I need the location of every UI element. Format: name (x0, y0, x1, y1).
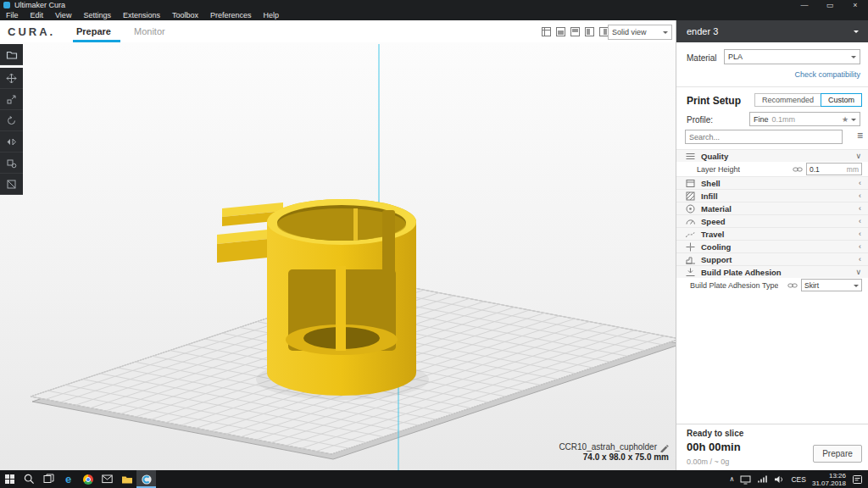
menu-bar: File Edit View Settings Extensions Toolb… (0, 10, 868, 20)
check-compatibility-link[interactable]: Check compatibility (794, 70, 860, 79)
category-shell[interactable]: Shell ‹ (676, 176, 868, 189)
viewport-3d[interactable]: CCR10_astrah_cupholder 74.0 x 98.0 x 75.… (0, 42, 676, 470)
divider (676, 86, 868, 87)
machine-selector[interactable]: ender 3 (676, 20, 868, 42)
menu-edit[interactable]: Edit (25, 10, 50, 20)
view-left-icon[interactable] (584, 26, 595, 37)
category-infill[interactable]: Infill ‹ (676, 189, 868, 202)
view-top-icon[interactable] (570, 26, 581, 37)
file-explorer-taskbar-button[interactable] (117, 470, 136, 488)
chrome-taskbar-button[interactable] (78, 470, 97, 488)
settings-search (685, 130, 843, 144)
setting-adhesion-type: Build Plate Adhesion Type Skirt (676, 278, 868, 292)
adhesion-type-dropdown[interactable]: Skirt (801, 279, 862, 291)
edge-taskbar-button[interactable]: e (58, 470, 78, 488)
chevron-down-icon (851, 56, 856, 61)
chevron-icon: ∨ (855, 268, 861, 276)
menu-preferences[interactable]: Preferences (204, 10, 258, 20)
chevron-down-icon (854, 285, 859, 290)
mirror-icon (6, 136, 17, 147)
profile-dropdown[interactable]: Fine 0.1mm ★ (749, 112, 860, 126)
menu-settings[interactable]: Settings (77, 10, 117, 20)
taskbar-search-button[interactable] (19, 470, 39, 488)
tab-monitor[interactable]: Monitor (134, 20, 165, 42)
support-blocker-button[interactable] (0, 174, 23, 195)
minimize-button[interactable]: — (792, 0, 817, 10)
category-support[interactable]: Support ‹ (676, 252, 868, 265)
settings-menu-icon[interactable]: ≡ (857, 130, 863, 142)
link-icon (787, 280, 798, 291)
cura-window: Ultimaker Cura — ▭ × File Edit View Sett… (0, 0, 868, 488)
chevron-icon: ‹ (859, 217, 861, 225)
cooling-icon (685, 241, 696, 252)
setting-layer-height: Layer Height mm (676, 162, 868, 176)
move-tool-button[interactable] (0, 68, 23, 89)
speed-icon (685, 216, 696, 227)
chevron-icon: ‹ (859, 255, 861, 263)
camera-view-buttons (541, 26, 609, 37)
mail-taskbar-button[interactable] (97, 470, 117, 488)
material-estimate: 0.00m / ~ 0g (687, 458, 729, 466)
material-dropdown[interactable]: PLA (724, 49, 860, 64)
model-info: CCR10_astrah_cupholder 74.0 x 98.0 x 75.… (559, 441, 669, 463)
chrome-icon (83, 474, 93, 485)
category-cooling[interactable]: Cooling ‹ (676, 240, 868, 252)
settings-list: Quality ∨ Layer Height mm Shell ‹ Infill… (676, 149, 868, 292)
language-indicator[interactable]: CES (791, 475, 805, 484)
close-button[interactable]: × (843, 0, 868, 10)
rotate-tool-button[interactable] (0, 110, 23, 131)
category-quality[interactable]: Quality ∨ (676, 149, 868, 162)
chevron-icon: ‹ (859, 191, 861, 200)
chevron-down-icon (663, 31, 668, 36)
menu-toolbox[interactable]: Toolbox (166, 10, 204, 20)
start-button[interactable] (0, 470, 19, 488)
material-label: Material (687, 53, 717, 63)
header: CURA. Prepare Monitor Solid view (0, 20, 676, 43)
mirror-tool-button[interactable] (0, 131, 23, 152)
custom-mode-button[interactable]: Custom (821, 93, 862, 107)
rename-pencil-icon[interactable] (659, 443, 669, 452)
category-material[interactable]: Material ‹ (676, 202, 868, 214)
prepare-button[interactable]: Prepare (813, 445, 862, 463)
windows-logo-icon (5, 474, 15, 485)
category-speed[interactable]: Speed ‹ (676, 214, 868, 227)
window-title: Ultimaker Cura (14, 0, 65, 10)
menu-extensions[interactable]: Extensions (117, 10, 166, 20)
maximize-button[interactable]: ▭ (817, 0, 843, 10)
cura-logo: CURA. (8, 25, 55, 38)
task-view-button[interactable] (39, 470, 58, 488)
view-front-icon[interactable] (555, 26, 566, 37)
menu-help[interactable]: Help (258, 10, 286, 20)
per-model-settings-icon (6, 158, 17, 169)
slice-panel: Ready to slice 00h 00min 0.00m / ~ 0g Pr… (676, 424, 868, 470)
title-bar: Ultimaker Cura — ▭ × (0, 0, 868, 10)
setup-mode-switch: Recommended Custom (754, 93, 862, 107)
display-tray-icon[interactable] (740, 474, 751, 485)
recommended-mode-button[interactable]: Recommended (754, 93, 821, 107)
folder-icon (6, 49, 18, 60)
chevron-icon: ‹ (859, 242, 861, 251)
windows-taskbar: e ∧ CES 13:26 31.07.2018 (0, 470, 868, 488)
menu-view[interactable]: View (49, 10, 77, 20)
per-model-settings-button[interactable] (0, 152, 23, 174)
search-input[interactable] (686, 130, 842, 143)
layer-height-input[interactable] (807, 165, 847, 174)
category-build-plate-adhesion[interactable]: Build Plate Adhesion ∨ (676, 265, 868, 278)
scale-tool-button[interactable] (0, 89, 23, 110)
mail-icon (102, 474, 113, 484)
open-file-button[interactable] (0, 44, 23, 65)
clock[interactable]: 13:26 31.07.2018 (812, 472, 846, 487)
view-3d-icon[interactable] (541, 26, 552, 37)
cura-taskbar-button[interactable] (136, 470, 156, 488)
category-travel[interactable]: Travel ‹ (676, 227, 868, 240)
hidden-icons-chevron[interactable]: ∧ (730, 475, 735, 483)
notification-center-icon[interactable] (852, 474, 863, 485)
profile-label: Profile: (687, 115, 713, 125)
menu-file[interactable]: File (0, 10, 25, 20)
search-icon (24, 474, 35, 485)
view-mode-dropdown[interactable]: Solid view (608, 25, 672, 40)
cura-icon (141, 474, 153, 485)
network-icon[interactable] (757, 474, 768, 484)
scene (0, 42, 676, 470)
volume-icon[interactable] (774, 474, 785, 485)
